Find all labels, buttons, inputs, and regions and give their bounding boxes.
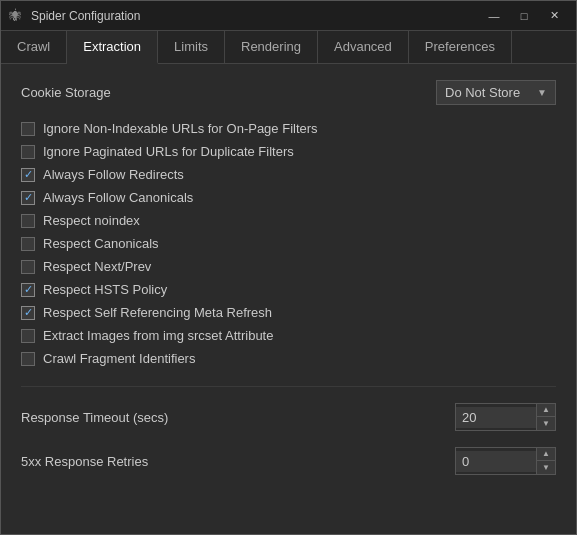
checkbox-label-always-redirects: Always Follow Redirects: [43, 167, 184, 182]
checkbox-always-canonicals[interactable]: Always Follow Canonicals: [21, 190, 556, 205]
dropdown-arrow-icon: ▼: [537, 87, 547, 98]
checkbox-label-respect-meta-refresh: Respect Self Referencing Meta Refresh: [43, 305, 272, 320]
checkbox-label-ignore-paginated: Ignore Paginated URLs for Duplicate Filt…: [43, 144, 294, 159]
checkbox-box-ignore-paginated[interactable]: [21, 145, 35, 159]
checkbox-box-respect-nextprev[interactable]: [21, 260, 35, 274]
response-retries-spinbox: ▲ ▼: [455, 447, 556, 475]
tab-limits[interactable]: Limits: [158, 31, 225, 63]
response-timeout-increment[interactable]: ▲: [537, 404, 555, 417]
app-icon: 🕷: [9, 8, 25, 24]
checkbox-extract-images[interactable]: Extract Images from img srcset Attribute: [21, 328, 556, 343]
spider-configuration-window: 🕷 Spider Configuration — □ ✕ Crawl Extra…: [0, 0, 577, 535]
checkbox-label-respect-canonicals: Respect Canonicals: [43, 236, 159, 251]
title-bar: 🕷 Spider Configuration — □ ✕: [1, 1, 576, 31]
minimize-button[interactable]: —: [480, 6, 508, 26]
response-retries-increment[interactable]: ▲: [537, 448, 555, 461]
checkbox-box-always-canonicals[interactable]: [21, 191, 35, 205]
checkbox-box-respect-hsts[interactable]: [21, 283, 35, 297]
response-retries-controls: ▲ ▼: [536, 448, 555, 474]
cookie-storage-dropdown[interactable]: Do Not Store ▼: [436, 80, 556, 105]
checkbox-always-redirects[interactable]: Always Follow Redirects: [21, 167, 556, 182]
checkbox-respect-noindex[interactable]: Respect noindex: [21, 213, 556, 228]
cookie-storage-row: Cookie Storage Do Not Store ▼: [21, 80, 556, 105]
maximize-button[interactable]: □: [510, 6, 538, 26]
checkbox-label-ignore-nonindexable: Ignore Non-Indexable URLs for On-Page Fi…: [43, 121, 318, 136]
response-timeout-input[interactable]: [456, 407, 536, 428]
tab-bar: Crawl Extraction Limits Rendering Advanc…: [1, 31, 576, 64]
checkboxes-group: Ignore Non-Indexable URLs for On-Page Fi…: [21, 121, 556, 366]
checkbox-respect-hsts[interactable]: Respect HSTS Policy: [21, 282, 556, 297]
response-timeout-decrement[interactable]: ▼: [537, 417, 555, 430]
tab-advanced[interactable]: Advanced: [318, 31, 409, 63]
checkbox-label-respect-noindex: Respect noindex: [43, 213, 140, 228]
response-timeout-controls: ▲ ▼: [536, 404, 555, 430]
response-retries-row: 5xx Response Retries ▲ ▼: [21, 443, 556, 475]
response-retries-input[interactable]: [456, 451, 536, 472]
checkbox-box-ignore-nonindexable[interactable]: [21, 122, 35, 136]
checkbox-label-always-canonicals: Always Follow Canonicals: [43, 190, 193, 205]
tab-preferences[interactable]: Preferences: [409, 31, 512, 63]
tab-crawl[interactable]: Crawl: [1, 31, 67, 63]
checkbox-box-always-redirects[interactable]: [21, 168, 35, 182]
tab-extraction[interactable]: Extraction: [67, 31, 158, 64]
checkbox-box-respect-canonicals[interactable]: [21, 237, 35, 251]
checkbox-box-extract-images[interactable]: [21, 329, 35, 343]
checkbox-ignore-paginated[interactable]: Ignore Paginated URLs for Duplicate Filt…: [21, 144, 556, 159]
checkbox-respect-nextprev[interactable]: Respect Next/Prev: [21, 259, 556, 274]
response-retries-label: 5xx Response Retries: [21, 454, 148, 469]
response-timeout-row: Response Timeout (secs) ▲ ▼: [21, 399, 556, 431]
checkbox-label-respect-hsts: Respect HSTS Policy: [43, 282, 167, 297]
checkbox-box-crawl-fragments[interactable]: [21, 352, 35, 366]
checkbox-box-respect-meta-refresh[interactable]: [21, 306, 35, 320]
checkbox-box-respect-noindex[interactable]: [21, 214, 35, 228]
checkbox-respect-meta-refresh[interactable]: Respect Self Referencing Meta Refresh: [21, 305, 556, 320]
window-controls: — □ ✕: [480, 6, 568, 26]
response-retries-decrement[interactable]: ▼: [537, 461, 555, 474]
close-button[interactable]: ✕: [540, 6, 568, 26]
tab-rendering[interactable]: Rendering: [225, 31, 318, 63]
window-title: Spider Configuration: [31, 9, 480, 23]
checkbox-label-crawl-fragments: Crawl Fragment Identifiers: [43, 351, 195, 366]
response-timeout-spinbox: ▲ ▼: [455, 403, 556, 431]
content-area: Cookie Storage Do Not Store ▼ Ignore Non…: [1, 64, 576, 534]
response-timeout-label: Response Timeout (secs): [21, 410, 168, 425]
checkbox-crawl-fragments[interactable]: Crawl Fragment Identifiers: [21, 351, 556, 366]
checkbox-respect-canonicals[interactable]: Respect Canonicals: [21, 236, 556, 251]
cookie-storage-label: Cookie Storage: [21, 85, 111, 100]
divider: [21, 386, 556, 387]
checkbox-label-extract-images: Extract Images from img srcset Attribute: [43, 328, 273, 343]
checkbox-label-respect-nextprev: Respect Next/Prev: [43, 259, 151, 274]
cookie-storage-value: Do Not Store: [445, 85, 520, 100]
checkbox-ignore-nonindexable[interactable]: Ignore Non-Indexable URLs for On-Page Fi…: [21, 121, 556, 136]
